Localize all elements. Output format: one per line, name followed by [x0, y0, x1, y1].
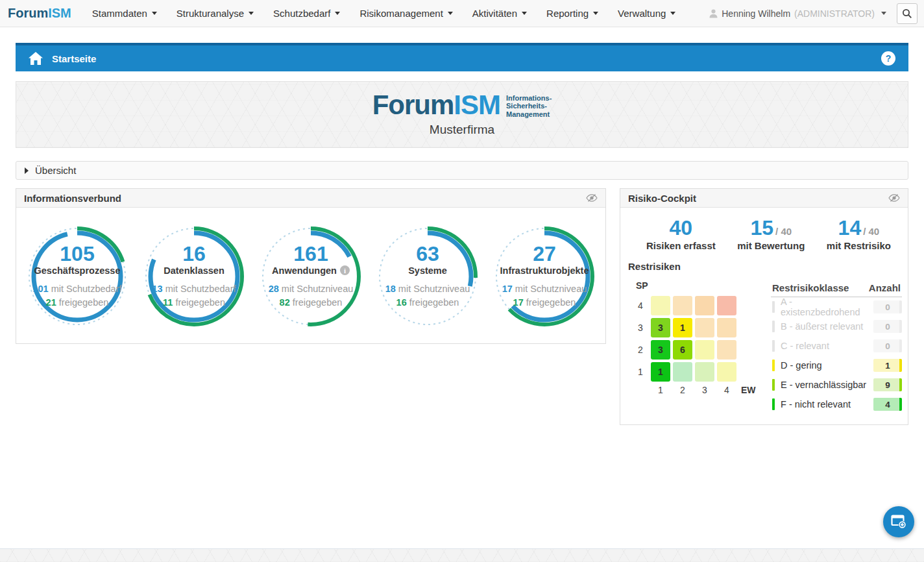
- nav-item-label: Reporting: [546, 8, 589, 19]
- legend-count-edge: [899, 398, 902, 411]
- risk-stat: 14/ 40mit Restrisiko: [827, 217, 891, 251]
- risk-stats: 40Risiken erfasst15/ 40mit Bewertung14/ …: [620, 208, 908, 251]
- widget-line1-text: mit Schutzbedarf: [49, 284, 122, 294]
- widget-text: 161Anwendungeni28 mit Schutzniveau82 fre…: [269, 243, 354, 310]
- matrix-col-label: 4: [717, 385, 736, 395]
- legend-row: F - nicht relevant4: [771, 395, 902, 414]
- legend-class-label: B - äußerst relevant: [781, 321, 873, 332]
- matrix-col-label: 2: [673, 385, 692, 395]
- widget-infrastrukturobjekte[interactable]: 27Infrastrukturobjekte17 mit Schutznivea…: [486, 218, 603, 335]
- widget-line2: 11 freigegeben: [152, 296, 236, 310]
- nav-item-label: Strukturanalyse: [176, 8, 244, 19]
- stat-value: 40: [670, 216, 693, 239]
- banner-logo: ForumISM Informations- Sicherheits- Mana…: [372, 92, 552, 119]
- widget-line2: 17 freigegeben: [500, 296, 589, 310]
- nav-item-aktivitaeten[interactable]: Aktivitäten: [472, 8, 527, 19]
- help-button[interactable]: ?: [881, 51, 895, 66]
- stat-value: 14: [838, 216, 862, 239]
- matrix-x-axis-label: EW: [741, 385, 756, 395]
- legend-count-badge: 1: [873, 359, 902, 372]
- legend-count-badge: 0: [873, 339, 902, 352]
- widget-text: 105Geschäftsprozesse101 mit Schutzbedarf…: [32, 243, 121, 310]
- matrix-cell: 1: [651, 362, 670, 382]
- widget-systeme[interactable]: 63Systeme18 mit Schutzniveau16 freigegeb…: [369, 218, 486, 335]
- widget-value: 105: [32, 243, 121, 265]
- widget-label: Systeme: [385, 265, 470, 276]
- stat-label: Risiken erfasst: [646, 240, 716, 251]
- widget-line1: 101 mit Schutzbedarf: [32, 282, 121, 296]
- legend-rows: A - existenzbedrohend0B - äußerst releva…: [771, 297, 902, 414]
- legend-col-count: Anzahl: [869, 282, 901, 293]
- chevron-down-icon: [522, 12, 527, 15]
- widget-line1-value: 28: [269, 284, 279, 294]
- widget-anwendungen[interactable]: 161Anwendungeni28 mit Schutzniveau82 fre…: [252, 218, 369, 335]
- matrix-row: 236: [635, 340, 762, 360]
- stat-total: / 40: [775, 226, 792, 237]
- matrix-cell: 3: [651, 318, 670, 337]
- matrix-cell: [695, 340, 714, 360]
- app-logo[interactable]: ForumISM: [8, 6, 71, 21]
- stat-value: 15: [750, 216, 773, 239]
- hide-panel-button[interactable]: [888, 193, 900, 202]
- infoverbund-panel: Informationsverbund 105Geschäftsprozesse…: [16, 188, 606, 344]
- nav-item-stammdaten[interactable]: Stammdaten: [92, 8, 157, 19]
- widget-text: 27Infrastrukturobjekte17 mit Schutznivea…: [500, 243, 589, 310]
- risiko-cockpit-panel: Risiko-Cockpit 40Risiken erfasst15/ 40mi…: [620, 188, 908, 425]
- widget-line2-value: 82: [280, 297, 290, 308]
- widget-line2: 16 freigegeben: [385, 296, 470, 310]
- matrix-cell: [717, 340, 736, 360]
- search-button[interactable]: [897, 3, 918, 24]
- risk-matrix: SP 433123611 1234EW: [635, 272, 762, 414]
- widget-datenklassen[interactable]: 16Datenklassen13 mit Schutzbedarf11 frei…: [136, 218, 252, 335]
- widget-line1-value: 18: [385, 284, 396, 294]
- widget-value: 16: [152, 243, 236, 265]
- nav-item-strukturanalyse[interactable]: Strukturanalyse: [176, 8, 254, 19]
- info-icon[interactable]: i: [340, 265, 350, 275]
- widget-line2-text: freigegeben: [173, 297, 225, 308]
- legend-class-label: D - gering: [781, 360, 873, 371]
- app-logo-part2: ISM: [48, 6, 71, 20]
- chevron-down-icon: [593, 12, 598, 15]
- widget-line2-text: freigegeben: [290, 297, 343, 308]
- nav-item-verwaltung[interactable]: Verwaltung: [618, 8, 675, 19]
- breadcrumb-bar: Startseite ?: [16, 43, 908, 71]
- matrix-cell: [651, 296, 670, 315]
- widget-line1-value: 101: [32, 284, 48, 294]
- nav-item-reporting[interactable]: Reporting: [546, 8, 598, 19]
- eye-slash-icon: [888, 193, 900, 202]
- user-menu[interactable]: Henning Wilhelm (ADMINISTRATOR): [709, 8, 886, 19]
- widget-value: 63: [385, 243, 470, 265]
- legend-color-bar: [772, 379, 775, 391]
- hide-panel-button[interactable]: [586, 193, 598, 202]
- legend-row: B - äußerst relevant0: [771, 317, 902, 336]
- matrix-row: 11: [635, 362, 762, 382]
- legend-color-bar: [772, 301, 775, 313]
- chevron-down-icon: [670, 12, 675, 15]
- widget-label: Anwendungeni: [269, 265, 354, 276]
- chevron-down-icon: [152, 12, 157, 15]
- matrix-cell: [673, 296, 692, 315]
- legend-class-label: C - relevant: [781, 341, 873, 351]
- overview-label: Übersicht: [35, 165, 76, 176]
- restrisiken-heading: Restrisiken: [620, 251, 908, 272]
- widget-line2: 21 freigegeben: [32, 296, 121, 310]
- widget-value: 27: [500, 243, 589, 265]
- cockpit-body: SP 433123611 1234EW Restrisikoklasse Anz…: [620, 272, 908, 414]
- widget-label-text: Datenklassen: [164, 265, 225, 276]
- stat-number-row: 40: [646, 217, 716, 239]
- widget-line1-value: 17: [502, 284, 513, 294]
- overview-accordion[interactable]: Übersicht: [16, 161, 908, 180]
- add-entry-fab[interactable]: [883, 506, 914, 537]
- stat-total: / 40: [863, 226, 879, 237]
- legend-header: Restrisikoklasse Anzahl: [771, 282, 902, 297]
- nav-item-schutzbedarf[interactable]: Schutzbedarf: [273, 8, 340, 19]
- widget-geschäftsprozesse[interactable]: 105Geschäftsprozesse101 mit Schutzbedarf…: [19, 218, 136, 335]
- legend-row: D - gering1: [771, 356, 902, 375]
- banner-brand-part2: ISM: [454, 90, 500, 120]
- tagline-line-2: Sicherheits-: [506, 102, 552, 110]
- widget-label-text: Infrastrukturobjekte: [500, 265, 589, 276]
- home-icon[interactable]: [29, 52, 43, 65]
- matrix-row-label: 3: [635, 323, 646, 333]
- nav-item-risikomanagement[interactable]: Risikomanagement: [359, 8, 452, 19]
- widget-line1-text: mit Schutzniveau: [396, 284, 470, 294]
